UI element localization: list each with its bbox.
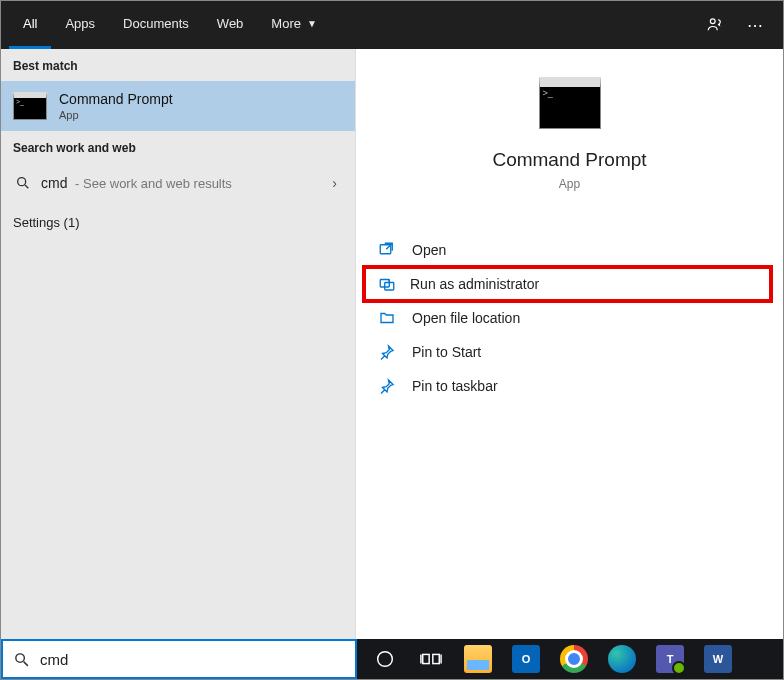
- preview-panel: Command Prompt App Open Run as administr…: [356, 49, 783, 639]
- tab-apps[interactable]: Apps: [51, 1, 109, 49]
- action-pin-start-label: Pin to Start: [412, 344, 481, 360]
- action-open-label: Open: [412, 242, 446, 258]
- results-panel: Best match Command Prompt App Search wor…: [1, 49, 356, 639]
- search-icon: [13, 175, 33, 191]
- web-search-query: cmd: [41, 175, 67, 191]
- cortana-button[interactable]: [363, 639, 407, 679]
- settings-group[interactable]: Settings (1): [1, 203, 355, 242]
- taskbar-app-outlook[interactable]: O: [503, 639, 549, 679]
- tab-web[interactable]: Web: [203, 1, 258, 49]
- open-icon: [376, 241, 398, 259]
- folder-icon: [376, 309, 398, 327]
- svg-point-1: [18, 178, 26, 186]
- svg-rect-10: [433, 654, 439, 663]
- action-pin-taskbar-label: Pin to taskbar: [412, 378, 498, 394]
- more-options-icon[interactable]: ⋯: [735, 1, 775, 49]
- taskbar-app-chrome[interactable]: [551, 639, 597, 679]
- action-run-as-administrator[interactable]: Run as administrator: [364, 267, 771, 301]
- action-open[interactable]: Open: [356, 233, 783, 267]
- action-open-location-label: Open file location: [412, 310, 520, 326]
- taskbar-app-word[interactable]: W: [695, 639, 741, 679]
- action-open-file-location[interactable]: Open file location: [356, 301, 783, 335]
- command-prompt-icon: [539, 77, 601, 129]
- svg-line-2: [25, 185, 28, 188]
- preview-title: Command Prompt: [492, 149, 646, 171]
- best-match-subtitle: App: [59, 109, 173, 121]
- tab-all[interactable]: All: [9, 1, 51, 49]
- command-prompt-icon: [13, 92, 47, 120]
- pin-icon: [376, 343, 398, 361]
- svg-point-8: [378, 652, 393, 667]
- top-tabs: All Apps Documents Web More ▼ ⋯: [1, 1, 783, 49]
- action-pin-to-taskbar[interactable]: Pin to taskbar: [356, 369, 783, 403]
- tab-more-label: More: [271, 16, 301, 31]
- task-view-button[interactable]: [409, 639, 453, 679]
- svg-point-6: [16, 653, 24, 662]
- svg-rect-9: [423, 654, 429, 663]
- best-match-item[interactable]: Command Prompt App: [1, 81, 355, 131]
- pin-icon: [376, 377, 398, 395]
- preview-subtitle: App: [559, 177, 580, 191]
- shield-icon: [376, 275, 398, 293]
- action-pin-to-start[interactable]: Pin to Start: [356, 335, 783, 369]
- tab-documents[interactable]: Documents: [109, 1, 203, 49]
- taskbar-search[interactable]: [1, 639, 357, 679]
- best-match-title: Command Prompt: [59, 91, 173, 107]
- search-icon: [13, 651, 30, 668]
- taskbar-app-teams[interactable]: T: [647, 639, 693, 679]
- best-match-header: Best match: [1, 49, 355, 81]
- taskbar-app-file-explorer[interactable]: [455, 639, 501, 679]
- web-search-row[interactable]: cmd - See work and web results ›: [1, 163, 355, 203]
- taskbar-app-edge[interactable]: [599, 639, 645, 679]
- action-run-admin-label: Run as administrator: [410, 276, 539, 292]
- search-web-header: Search work and web: [1, 131, 355, 163]
- search-input[interactable]: [40, 651, 345, 668]
- taskbar: O T W: [1, 639, 783, 679]
- web-search-hint: - See work and web results: [71, 176, 231, 191]
- chevron-right-icon: ›: [332, 175, 343, 191]
- web-search-text: cmd - See work and web results: [41, 175, 332, 191]
- tab-more[interactable]: More ▼: [257, 1, 331, 49]
- svg-line-7: [24, 661, 28, 665]
- svg-point-0: [710, 19, 715, 24]
- chevron-down-icon: ▼: [307, 18, 317, 29]
- feedback-icon[interactable]: [695, 1, 735, 49]
